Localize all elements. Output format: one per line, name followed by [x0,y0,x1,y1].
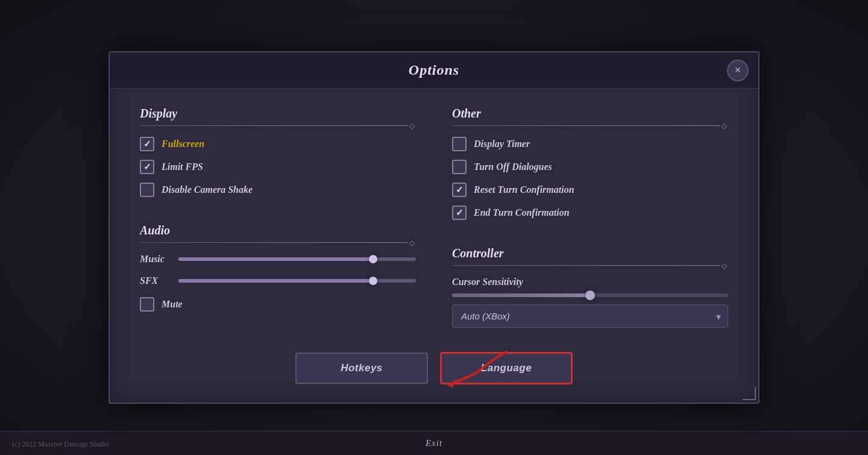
controller-title: Controller [452,246,728,260]
reset-turn-confirmation-label: Reset Turn Confirmation [474,184,574,195]
right-column: Other Display Timer Turn Off Dialogues R… [452,107,728,328]
turn-off-dialogues-label: Turn Off Dialogues [474,162,552,172]
fullscreen-checkbox[interactable] [140,137,154,151]
controller-dropdown[interactable]: Auto (XBox) XBox PlayStation Generic [452,304,728,328]
exit-label: Exit [426,438,442,448]
end-turn-confirmation-row: End Turn Confirmation [452,206,728,220]
fullscreen-label: Fullscreen [162,139,204,149]
modal-title: Options [409,62,459,78]
sfx-label: SFX [140,275,170,286]
cursor-sensitivity-label: Cursor Sensitivity [452,277,728,287]
reset-turn-confirmation-row: Reset Turn Confirmation [452,183,728,197]
modal-footer: Hotkeys Language [110,346,758,403]
music-slider-fill [178,257,373,261]
display-section: Display Fullscreen Limit FPS Disable Cam… [140,107,416,197]
display-timer-row: Display Timer [452,137,728,151]
turn-off-dialogues-checkbox[interactable] [452,160,467,174]
options-modal: Options × Display Fullscreen Limit FPS [108,51,760,404]
audio-divider [140,242,416,243]
audio-section: Audio Music SFX [140,224,416,312]
display-title: Display [140,107,416,121]
music-slider-track[interactable] [178,257,416,261]
limit-fps-label: Limit FPS [162,162,203,172]
display-timer-checkbox[interactable] [452,137,467,151]
sensitivity-slider-track[interactable] [452,293,728,297]
sensitivity-slider-fill [452,293,590,297]
other-section: Other Display Timer Turn Off Dialogues R… [452,107,728,220]
sfx-slider-fill [178,279,373,283]
hotkeys-button[interactable]: Hotkeys [295,353,428,384]
mute-row: Mute [140,297,416,312]
exit-bar[interactable]: Exit [0,431,868,455]
modal-header: Options × [110,52,758,89]
modal-body: Display Fullscreen Limit FPS Disable Cam… [110,89,758,346]
reset-turn-confirmation-checkbox[interactable] [452,183,467,197]
close-button[interactable]: × [727,60,749,81]
left-column: Display Fullscreen Limit FPS Disable Cam… [140,107,416,328]
sfx-slider-track[interactable] [178,279,416,283]
disable-camera-shake-row: Disable Camera Shake [140,183,416,197]
display-timer-label: Display Timer [474,139,530,149]
limit-fps-row: Limit FPS [140,160,416,174]
audio-title: Audio [140,224,416,237]
music-slider-row: Music [140,254,416,265]
language-button-wrapper: Language [440,352,573,384]
disable-camera-shake-label: Disable Camera Shake [162,184,253,195]
controller-section: Controller Cursor Sensitivity Auto (XBox… [452,246,728,328]
mute-label: Mute [162,299,183,310]
disable-camera-shake-checkbox[interactable] [140,183,154,197]
other-divider [452,125,728,126]
other-title: Other [452,107,728,121]
limit-fps-checkbox[interactable] [140,160,154,174]
music-slider-thumb [369,255,377,263]
end-turn-confirmation-label: End Turn Confirmation [474,207,570,218]
controller-dropdown-wrapper: Auto (XBox) XBox PlayStation Generic [452,304,728,328]
turn-off-dialogues-row: Turn Off Dialogues [452,160,728,174]
end-turn-confirmation-checkbox[interactable] [452,206,467,220]
controller-divider [452,265,728,266]
language-button[interactable]: Language [440,352,573,384]
display-divider [140,125,416,126]
mute-checkbox[interactable] [140,297,154,312]
copyright-text: (c) 2022 Massive Damage Studio [12,440,109,449]
sensitivity-slider-thumb [585,290,595,300]
fullscreen-row: Fullscreen [140,137,416,151]
sfx-slider-row: SFX [140,275,416,286]
sfx-slider-thumb [369,277,377,285]
music-label: Music [140,254,170,265]
